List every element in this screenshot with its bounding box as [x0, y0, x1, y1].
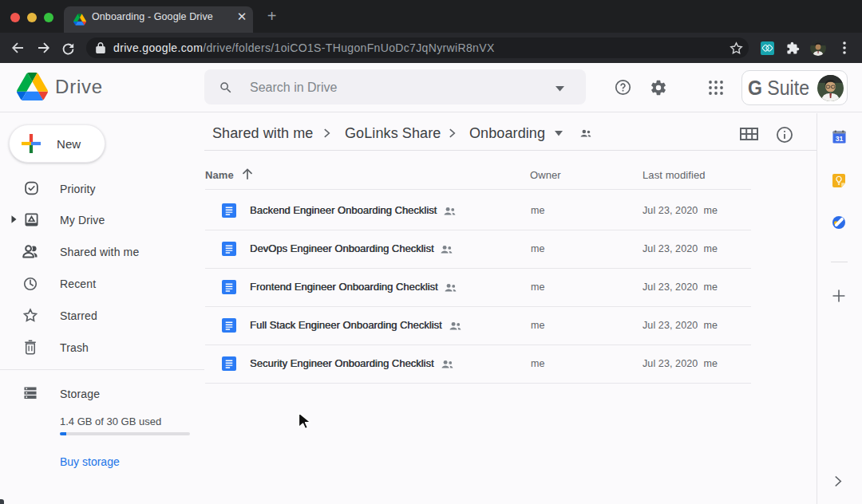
svg-text:31: 31 [836, 135, 844, 143]
svg-text:G Suite: G Suite [748, 77, 809, 99]
